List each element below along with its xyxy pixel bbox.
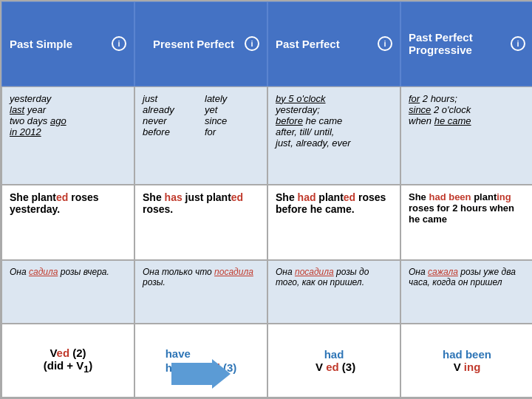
sentence-pperf-ed: ed [344,191,355,203]
sentence-ps-prefix: She plant [10,191,56,203]
timeword-4: in 2012 [10,126,126,137]
info-icon-past-perfect[interactable]: i [378,36,392,51]
russian-ps-suffix: розы вчера. [58,267,109,277]
timewords-two-col: just already never before lately yet sin… [143,93,259,137]
formula-past-perfect-prog: had been V ing [400,324,532,398]
timewords-past-perfect: by 5 o'clock yesterday; before he came a… [267,86,400,185]
tw-since: since [205,115,259,126]
sentence-past-simple: She planted roses yesterday. [1,185,134,261]
tw-ppp-3: when he came [409,115,525,126]
sentence-pperf-s2: plant [316,191,343,203]
russian-past-simple: Она садила розы вчера. [1,260,134,324]
russian-present-perfect: Она только что посадила розы. [134,260,267,324]
tw-ppp-1: for 2 hours; [409,93,525,104]
russian-past-perfect: Она посадила розы до того, как он пришел… [267,260,400,324]
russian-pp-prefix: Она только что [143,267,214,277]
russian-pprog-highlight: сажала [428,267,458,277]
timewords-past-simple: yesterday last year two days ago in 2012 [1,86,134,185]
header-present-perfect-label: Present Perfect [143,38,245,50]
sentence-pprog-s2: plant [471,191,497,202]
sentence-pperf-s1: She [276,191,298,203]
tw-ppp-2: since 2 o'clock [409,104,525,115]
tw-never: never [143,115,197,126]
header-past-perfect-label: Past Perfect [276,38,378,50]
header-past-simple: Past Simple i [1,1,134,86]
tw-pp-2: yesterday; [276,104,392,115]
header-past-perfect: Past Perfect i [267,1,400,86]
timeword-3: two days ago [10,115,126,126]
formula-pprog-ving: V ing [454,361,481,373]
formula-pperf-had: had [324,348,344,361]
timewords-col2: lately yet since for [205,93,259,137]
tw-lately: lately [205,93,259,104]
header-present-perfect: Present Perfect i [134,1,267,86]
sentence-pperf-had: had [298,191,316,203]
formula-present-perfect: have has V ed (3) [134,324,267,398]
russian-pp-suffix: розы. [143,277,166,287]
sentence-pprog-hadbeen: had been [429,191,471,202]
timewords-past-perfect-prog: for 2 hours; since 2 o'clock when he cam… [400,86,532,185]
header-past-perfect-prog: Past Perfect Progressive i [400,1,532,86]
russian-past-perfect-prog: Она сажала розы уже два часа, когда он п… [400,260,532,324]
sentence-pprog-s1: She [409,191,429,202]
sentence-pp-s3: roses. [143,203,173,215]
header-past-perfect-prog-label: Past Perfect Progressive [409,31,511,56]
russian-pprog-prefix: Она [409,267,428,277]
formula-ps-v: Ved (2) [50,347,86,359]
tw-already: already [143,104,197,115]
formula-pprog-had-been: had been [443,348,491,361]
sentence-past-perfect-prog: She had been planting roses for 2 hours … [400,185,532,261]
formula-ps-did: (did + V1) [44,359,93,375]
formula-past-simple: Ved (2) (did + V1) [1,324,134,398]
sentence-pprog-ing: ing [497,191,511,202]
timeword-2: last year [10,104,126,115]
sentence-ps-highlight: ed [56,191,68,203]
russian-ps-prefix: Она [10,267,29,277]
sentence-pp-s2: just plant [183,191,231,203]
formula-pperf-space: V ed (3) [313,361,355,373]
formula-ps-ed: ed [57,347,70,359]
sentence-past-perfect: She had planted roses before he came. [267,185,400,261]
timewords-col1: just already never before [143,93,197,137]
sentence-pp-has: has [165,191,183,203]
russian-pperf-prefix: Она [276,267,295,277]
info-icon-past-simple[interactable]: i [112,36,126,51]
sentence-pp-s1: She [143,191,165,203]
sentence-present-perfect: She has just planted roses. [134,185,267,261]
russian-ps-highlight: садила [29,267,58,277]
blue-arrow-icon [171,359,231,389]
info-icon-present-perfect[interactable]: i [245,36,259,51]
russian-pp-highlight: посадила [214,267,253,277]
formula-pp-have: have [166,347,237,360]
timeword-1: yesterday [10,93,126,104]
tw-yet: yet [205,104,259,115]
tw-pp-4: after, till/ until, [276,126,392,137]
timewords-present-perfect: just already never before lately yet sin… [134,86,267,185]
tw-for: for [205,126,259,137]
arrow-container [171,359,231,391]
tw-just: just [143,93,197,104]
formula-past-perfect: had V ed (3) [267,324,400,398]
main-grid: Past Simple i Present Perfect i Past Per… [0,0,532,399]
tw-pp-3: before he came [276,115,392,126]
tw-pp-5: just, already, ever [276,137,392,149]
russian-pperf-highlight: посадила [295,267,334,277]
tw-before: before [143,126,197,137]
tw-pp-1: by 5 o'clock [276,93,392,104]
sentence-pp-ed: ed [231,191,243,203]
info-icon-past-perfect-prog[interactable]: i [511,36,525,51]
header-past-simple-label: Past Simple [10,38,112,50]
svg-marker-0 [171,359,231,389]
sentence-pprog-s3: roses for 2 hours when he came [409,202,514,225]
